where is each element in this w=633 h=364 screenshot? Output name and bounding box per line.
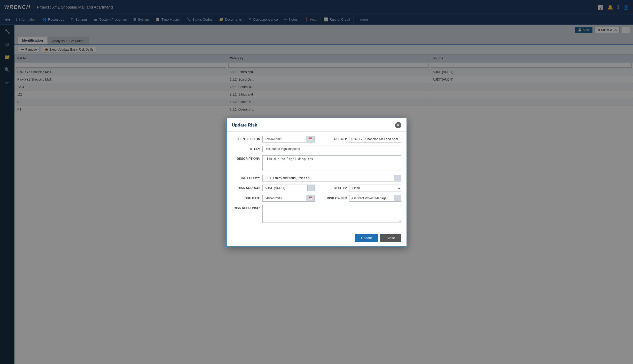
modal-header: Update Risk ✕	[227, 118, 407, 132]
form-group-category: CATEGORY*: ...	[232, 175, 401, 181]
form-row-description: DESCRIPTION*: Risk due to legal disputes	[232, 155, 401, 172]
form-group-ref-no: REF NO:	[319, 136, 401, 143]
form-group-risk-owner: RISK OWNER ...	[319, 195, 401, 202]
risk-owner-label: RISK OWNER	[319, 196, 347, 200]
description-textarea[interactable]: Risk due to legal disputes	[262, 155, 401, 171]
form-group-risk-source: RISK SOURCE: ...	[232, 185, 315, 191]
risk-owner-input-group: ...	[349, 195, 401, 202]
category-input[interactable]	[262, 175, 394, 181]
form-row-title: TITLE*:	[232, 146, 401, 152]
description-label: DESCRIPTION*:	[232, 155, 260, 161]
due-date-label: DUE DATE	[232, 196, 260, 200]
description-right: Risk due to legal disputes	[262, 155, 401, 172]
form-group-identified-on: IDENTIFIED ON 📅	[232, 136, 315, 143]
identified-on-input-group: 📅	[262, 136, 315, 143]
risk-source-label: RISK SOURCE:	[232, 186, 260, 190]
form-group-status: STATUS* Open Closed In Progress	[319, 185, 401, 192]
risk-owner-input[interactable]	[349, 195, 394, 202]
risk-response-textarea[interactable]	[262, 205, 401, 223]
risk-source-input[interactable]	[262, 185, 308, 191]
risk-owner-browse-button[interactable]: ...	[394, 195, 401, 202]
form-group-title: TITLE*:	[232, 146, 401, 152]
identified-on-calendar-button[interactable]: 📅	[306, 136, 315, 143]
identified-on-label: IDENTIFIED ON	[232, 137, 260, 141]
close-modal-button[interactable]: Close	[380, 234, 401, 242]
risk-source-input-group: ...	[262, 185, 315, 191]
risk-source-browse-button[interactable]: ...	[307, 185, 314, 191]
category-input-group: ...	[262, 175, 401, 181]
risk-response-label: RISK RESPONSE:	[232, 205, 260, 210]
form-row-risk-response: RISK RESPONSE:	[232, 205, 401, 224]
form-row-due-date-owner: DUE DATE 📅 RISK OWNER ...	[232, 195, 401, 202]
update-button[interactable]: Update	[355, 234, 378, 242]
status-label: STATUS*	[319, 186, 347, 190]
update-risk-modal: Update Risk ✕ IDENTIFIED ON 📅 REF NO:	[226, 117, 407, 247]
ref-no-label: REF NO:	[319, 137, 347, 141]
modal-overlay: Update Risk ✕ IDENTIFIED ON 📅 REF NO:	[0, 0, 633, 364]
title-input[interactable]	[262, 146, 401, 152]
due-date-calendar-button[interactable]: 📅	[306, 195, 315, 202]
risk-response-right	[262, 205, 401, 224]
due-date-input[interactable]	[262, 195, 306, 202]
modal-title: Update Risk	[232, 123, 257, 128]
modal-body: IDENTIFIED ON 📅 REF NO: TITLE*:	[227, 132, 407, 231]
modal-footer: Update Close	[227, 231, 407, 246]
status-select[interactable]: Open Closed In Progress	[349, 185, 401, 192]
form-row-identified-on: IDENTIFIED ON 📅 REF NO:	[232, 136, 401, 143]
category-browse-button[interactable]: ...	[394, 175, 401, 181]
identified-on-input[interactable]	[262, 136, 306, 143]
category-label: CATEGORY*:	[232, 176, 260, 180]
due-date-input-group: 📅	[262, 195, 315, 202]
form-row-category: CATEGORY*: ...	[232, 175, 401, 181]
form-row-risk-source-status: RISK SOURCE: ... STATUS* Open Closed In …	[232, 185, 401, 192]
ref-no-input[interactable]	[349, 136, 401, 143]
title-label: TITLE*:	[232, 147, 260, 151]
form-group-due-date: DUE DATE 📅	[232, 195, 315, 202]
modal-close-button[interactable]: ✕	[395, 122, 401, 128]
